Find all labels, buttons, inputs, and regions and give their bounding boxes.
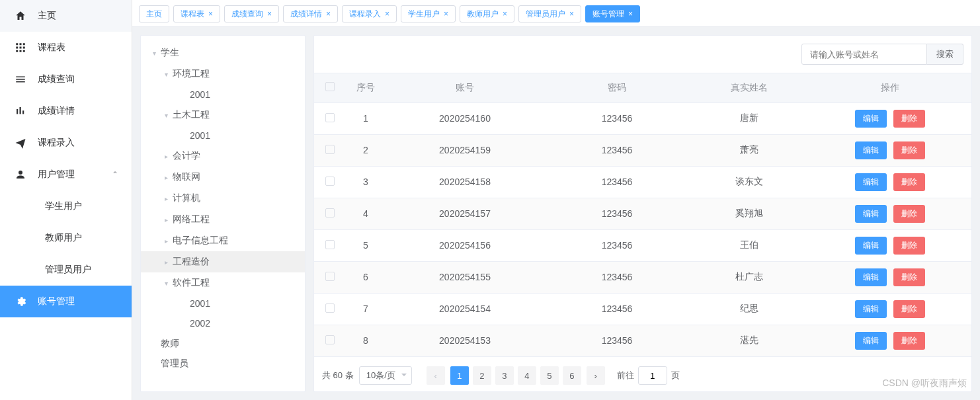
row-checkbox[interactable] xyxy=(325,145,335,154)
sidebar-sub-item-0[interactable]: 学生用户 xyxy=(0,190,132,222)
caret-icon: ▸ xyxy=(165,171,173,185)
tab-0[interactable]: 主页 xyxy=(139,5,169,22)
delete-button[interactable]: 删除 xyxy=(893,237,925,255)
table-row: 7 2020254154 123456 纪思 编辑 删除 xyxy=(314,293,971,325)
row-checkbox[interactable] xyxy=(325,208,335,218)
tab-7[interactable]: 管理员用户× xyxy=(518,5,581,22)
edit-button[interactable]: 编辑 xyxy=(855,110,887,128)
close-icon[interactable]: × xyxy=(267,9,272,19)
tab-2[interactable]: 成绩查询× xyxy=(224,5,279,22)
sidebar-item-2[interactable]: 成绩查询 xyxy=(0,63,132,95)
tab-3[interactable]: 成绩详情× xyxy=(283,5,338,22)
header-password: 密码 xyxy=(544,73,690,102)
tab-8[interactable]: 账号管理× xyxy=(585,5,640,22)
prev-page-button[interactable]: ‹ xyxy=(427,366,445,385)
cell-account: 2020254159 xyxy=(386,134,544,166)
tree-node-label: 物联网 xyxy=(173,171,200,182)
page-button-3[interactable]: 3 xyxy=(495,366,514,385)
page-button-6[interactable]: 6 xyxy=(563,366,581,385)
tree-node-13[interactable]: 2002 xyxy=(141,313,305,333)
row-checkbox[interactable] xyxy=(325,272,335,281)
tree-node-10[interactable]: ▸工程造价 xyxy=(141,251,305,272)
close-icon[interactable]: × xyxy=(628,9,633,19)
cell-account: 2020254157 xyxy=(386,198,544,229)
jump-input[interactable] xyxy=(638,366,667,385)
tree-node-9[interactable]: ▸电子信息工程 xyxy=(141,230,305,251)
row-checkbox[interactable] xyxy=(325,240,335,249)
sidebar-item-0[interactable]: 主页 xyxy=(0,0,132,32)
tab-5[interactable]: 学生用户× xyxy=(401,5,456,22)
delete-button[interactable]: 删除 xyxy=(893,205,925,223)
caret-icon: ▾ xyxy=(165,67,173,82)
tab-4[interactable]: 课程录入× xyxy=(342,5,397,22)
delete-button[interactable]: 删除 xyxy=(893,268,925,286)
search-button[interactable]: 搜索 xyxy=(927,44,963,65)
sidebar-item-4[interactable]: 课程录入 xyxy=(0,127,132,159)
row-checkbox[interactable] xyxy=(325,335,335,344)
close-icon[interactable]: × xyxy=(569,9,574,19)
page-size-select[interactable]: 10条/页 xyxy=(359,366,412,385)
tree-node-8[interactable]: ▸网络工程 xyxy=(141,209,305,230)
tab-6[interactable]: 教师用户× xyxy=(460,5,514,22)
delete-button[interactable]: 删除 xyxy=(893,300,925,318)
table-row: 6 2020254155 123456 杜广志 编辑 删除 xyxy=(314,261,971,293)
close-icon[interactable]: × xyxy=(208,9,213,19)
cell-account: 2020254155 xyxy=(386,261,544,293)
tree-node-label: 学生 xyxy=(161,47,179,58)
sidebar-sub-item-1[interactable]: 教师用户 xyxy=(0,222,132,254)
delete-button[interactable]: 删除 xyxy=(893,173,925,191)
search-input[interactable] xyxy=(801,44,927,65)
cell-name: 萧亮 xyxy=(690,134,809,166)
cell-name: 纪思 xyxy=(690,293,809,325)
tree-node-4[interactable]: 2001 xyxy=(141,126,305,145)
tree-node-12[interactable]: 2001 xyxy=(141,294,305,313)
tree-node-1[interactable]: ▾环境工程 xyxy=(141,63,305,85)
sidebar-item-label: 成绩详情 xyxy=(38,105,75,117)
tree-node-label: 2001 xyxy=(190,130,210,141)
delete-button[interactable]: 删除 xyxy=(893,332,925,350)
edit-button[interactable]: 编辑 xyxy=(855,205,887,223)
edit-button[interactable]: 编辑 xyxy=(855,332,887,350)
page-button-1[interactable]: 1 xyxy=(450,366,469,385)
sidebar-item-account-mgmt[interactable]: 账号管理 xyxy=(0,286,132,317)
tree-node-5[interactable]: ▸会计学 xyxy=(141,145,305,167)
table-row: 5 2020254156 123456 王伯 编辑 删除 xyxy=(314,229,971,261)
edit-button[interactable]: 编辑 xyxy=(855,173,887,191)
delete-button[interactable]: 删除 xyxy=(893,141,925,159)
row-checkbox[interactable] xyxy=(325,113,335,122)
tree-node-0[interactable]: ▾学生 xyxy=(141,42,305,63)
page-button-4[interactable]: 4 xyxy=(518,366,536,385)
close-icon[interactable]: × xyxy=(326,9,331,19)
tree-node-14[interactable]: 教师 xyxy=(141,333,305,353)
row-checkbox[interactable] xyxy=(325,303,335,313)
accounts-table: 序号 账号 密码 真实姓名 操作 1 2020254160 123456 唐新 … xyxy=(314,73,971,360)
edit-button[interactable]: 编辑 xyxy=(855,268,887,286)
tree-node-7[interactable]: ▸计算机 xyxy=(141,188,305,209)
close-icon[interactable]: × xyxy=(503,9,507,19)
close-icon[interactable]: × xyxy=(444,9,448,19)
tree-node-2[interactable]: 2001 xyxy=(141,85,305,104)
tree-node-11[interactable]: ▾软件工程 xyxy=(141,272,305,294)
tree-node-label: 会计学 xyxy=(173,150,200,161)
tree-node-15[interactable]: 管理员 xyxy=(141,353,305,373)
next-page-button[interactable]: › xyxy=(587,366,605,385)
page-button-5[interactable]: 5 xyxy=(540,366,559,385)
sidebar-item-1[interactable]: 课程表 xyxy=(0,32,132,63)
edit-button[interactable]: 编辑 xyxy=(855,237,887,255)
edit-button[interactable]: 编辑 xyxy=(855,141,887,159)
edit-button[interactable]: 编辑 xyxy=(855,300,887,318)
tree-node-3[interactable]: ▾土木工程 xyxy=(141,104,305,126)
close-icon[interactable]: × xyxy=(385,9,389,19)
delete-button[interactable]: 删除 xyxy=(893,110,925,128)
cell-seq: 4 xyxy=(346,198,386,229)
tree-node-label: 软件工程 xyxy=(173,277,210,288)
sidebar-item-5[interactable]: 用户管理⌃ xyxy=(0,159,132,190)
row-checkbox[interactable] xyxy=(325,177,335,186)
tab-1[interactable]: 课程表× xyxy=(173,5,220,22)
page-button-2[interactable]: 2 xyxy=(473,366,491,385)
select-all-checkbox[interactable] xyxy=(325,82,335,91)
caret-icon: ▸ xyxy=(165,255,173,270)
sidebar-sub-item-2[interactable]: 管理员用户 xyxy=(0,254,132,286)
sidebar-item-3[interactable]: 成绩详情 xyxy=(0,95,132,127)
tree-node-6[interactable]: ▸物联网 xyxy=(141,167,305,188)
